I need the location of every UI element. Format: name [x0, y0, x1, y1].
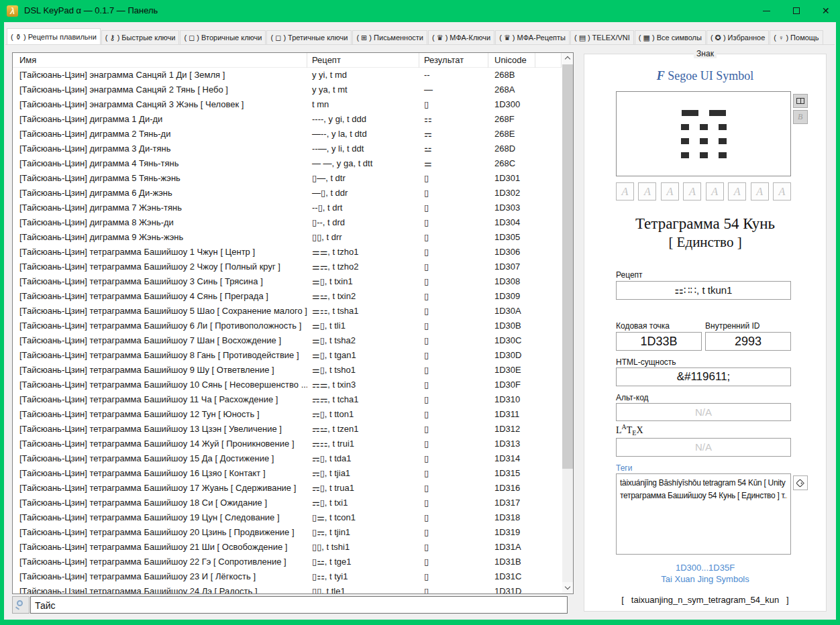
table-row[interactable]: [Тайсюань-Цзин] тетраграмма Башийшоу 3 С… — [13, 274, 562, 289]
font-variant-button[interactable]: A — [661, 182, 679, 201]
font-variant-button[interactable]: A — [751, 182, 769, 201]
unicode-block-link[interactable]: Tai Xuan Jing Symbols — [584, 574, 826, 584]
tab-3[interactable]: ( ◻ ) Вторичные ключи — [180, 30, 266, 44]
font-variant-button[interactable]: A — [683, 182, 701, 201]
column-header-3[interactable]: Unicode — [488, 53, 535, 68]
maximize-button[interactable] — [782, 0, 812, 22]
table-row[interactable]: [Тайсюань-Цзин] тетраграмма Башийшоу 6 Л… — [13, 319, 562, 333]
table-row[interactable]: [Тайсюань-Цзин] диграмма 9 Жэнь-жэнь▯▯, … — [13, 230, 562, 245]
font-variant-button[interactable]: A — [728, 182, 746, 201]
tab-8[interactable]: ( ▤ ) TELEX/VNI — [570, 30, 634, 44]
font-variant-button[interactable]: A — [706, 182, 724, 201]
table-row[interactable]: [Тайсюань-Цзин] диграмма 7 Жэнь-тянь--▯,… — [13, 201, 562, 215]
close-button[interactable]: ✕ — [810, 0, 840, 22]
cell-name: [Тайсюань-Цзин] энаграмма Санцяй 1 Ди [ … — [13, 68, 307, 82]
table-row[interactable]: [Тайсюань-Цзин] тетраграмма Башийшоу 21 … — [13, 540, 562, 555]
cell-result: ▯ — [419, 260, 488, 274]
table-row[interactable]: [Тайсюань-Цзин] диграмма 1 Ди-ди----, y … — [13, 112, 562, 127]
minimize-button[interactable] — [751, 0, 782, 22]
scroll-down-button[interactable] — [562, 582, 573, 593]
table-row[interactable]: [Тайсюань-Цзин] энаграмма Санцяй 1 Ди [ … — [13, 68, 562, 82]
font-variant-buttons: AAAAAAAA — [616, 182, 791, 201]
alt-code-field[interactable]: N/A — [616, 403, 791, 421]
tab-4[interactable]: ( ◻ ) Третичные ключи — [266, 30, 352, 44]
scroll-up-button[interactable] — [562, 53, 573, 64]
recipe-field[interactable]: ⚏∷∷, t tkun1 — [616, 281, 791, 300]
table-row[interactable]: [Тайсюань-Цзин] тетраграмма Башийшоу 8 Г… — [13, 348, 562, 363]
font-variant-button[interactable]: A — [773, 182, 791, 201]
font-name-label[interactable]: F Segoe UI Symbol — [584, 69, 826, 83]
search-button[interactable] — [12, 596, 30, 614]
book-icon — [796, 98, 804, 104]
column-header-empty[interactable] — [535, 53, 562, 68]
table-row[interactable]: [Тайсюань-Цзин] тетраграмма Башийшоу 14 … — [13, 437, 562, 451]
cell-recipe: ⚎▯, t tton1 — [307, 407, 419, 422]
font-variant-button[interactable]: A — [638, 182, 656, 201]
internal-id-field[interactable]: 2993 — [705, 332, 791, 351]
table-row[interactable]: [Тайсюань-Цзин] тетраграмма Башийшоу 19 … — [13, 510, 562, 525]
table-row[interactable]: [Тайсюань-Цзин] диграмма 8 Жэнь-ди▯--, t… — [13, 215, 562, 230]
table-row[interactable]: [Тайсюань-Цзин] тетраграмма Башийшоу 10 … — [13, 378, 562, 392]
tab-7[interactable]: ( ♛ ) МФА-Рецепты — [495, 30, 570, 44]
table-row[interactable]: [Тайсюань-Цзин] тетраграмма Башийшоу 7 Ш… — [13, 333, 562, 348]
sign-panel-legend: Знак — [694, 49, 717, 58]
glyphs-book-button[interactable] — [793, 94, 808, 108]
table-row[interactable]: [Тайсюань-Цзин] диграмма 6 Ди-жэнь—▯, t … — [13, 186, 562, 201]
font-variant-button[interactable]: A — [616, 182, 634, 201]
tab-5[interactable]: ( ⊞ ) Письменности — [352, 30, 427, 44]
table-row[interactable]: [Тайсюань-Цзин] диграмма 2 Тянь-ди—--, y… — [13, 127, 562, 141]
table-row[interactable]: [Тайсюань-Цзин] тетраграмма Башийшоу 13 … — [13, 422, 562, 437]
tag-button[interactable] — [793, 475, 808, 490]
table-row[interactable]: [Тайсюань-Цзин] тетраграмма Башийшоу 5 Ш… — [13, 304, 562, 319]
table-row[interactable]: [Тайсюань-Цзин] тетраграмма Башийшоу 22 … — [13, 555, 562, 569]
column-header-0[interactable]: Имя — [13, 53, 307, 68]
table-row[interactable]: [Тайсюань-Цзин] диграмма 4 Тянь-тянь— —,… — [13, 156, 562, 171]
cell-name: [Тайсюань-Цзин] диграмма 9 Жэнь-жэнь — [13, 230, 307, 245]
html-entity-field[interactable]: &#119611; — [616, 367, 791, 386]
table-row[interactable]: [Тайсюань-Цзин] энаграмма Санцяй 3 Жэнь … — [13, 97, 562, 112]
table-row[interactable]: [Тайсюань-Цзин] энаграмма Санцяй 2 Тянь … — [13, 82, 562, 97]
table-row[interactable]: [Тайсюань-Цзин] диграмма 3 Ди-тянь--—, y… — [13, 141, 562, 156]
table-row[interactable]: [Тайсюань-Цзин] тетраграмма Башийшоу 9 Ш… — [13, 363, 562, 378]
tab-11[interactable]: ( ♀ ) Помощь — [770, 30, 823, 44]
table-row[interactable]: [Тайсюань-Цзин] тетраграмма Башийшоу 2 Ч… — [13, 260, 562, 274]
tags-textarea[interactable]: tàixuánjīng Bāshíyīshǒu tetragram 54 Kūn… — [616, 473, 791, 555]
cell-empty — [535, 392, 562, 407]
tab-9[interactable]: ( ▦ ) Все символы — [635, 30, 706, 44]
search-input[interactable]: Тайс — [30, 596, 568, 614]
cell-empty — [535, 540, 562, 555]
cell-unicode: 1D310 — [488, 392, 535, 407]
codepoint-label: Кодовая точка — [616, 321, 670, 331]
table-row[interactable]: [Тайсюань-Цзин] тетраграмма Башийшоу 23 … — [13, 569, 562, 584]
column-header-2[interactable]: Результат — [419, 53, 488, 68]
table-row[interactable]: [Тайсюань-Цзин] тетраграмма Башийшоу 20 … — [13, 525, 562, 540]
table-row[interactable]: [Тайсюань-Цзин] тетраграмма Башийшоу 18 … — [13, 496, 562, 510]
table-row[interactable]: [Тайсюань-Цзин] тетраграмма Башийшоу 24 … — [13, 584, 562, 593]
table-row[interactable]: [Тайсюань-Цзин] тетраграмма Башийшоу 11 … — [13, 392, 562, 407]
cell-empty — [535, 97, 562, 112]
cell-result: ▯ — [419, 540, 488, 555]
minimize-icon — [763, 11, 770, 11]
table-row[interactable]: [Тайсюань-Цзин] тетраграмма Башийшоу 15 … — [13, 451, 562, 466]
vertical-scrollbar[interactable] — [562, 53, 573, 593]
unicode-range-link[interactable]: 1D300...1D35F — [584, 563, 826, 573]
tab-1[interactable]: ( ⚱ ) Рецепты плавильни — [7, 28, 101, 44]
table-row[interactable]: [Тайсюань-Цзин] тетраграмма Башийшоу 16 … — [13, 466, 562, 481]
column-header-1[interactable]: Рецепт — [307, 53, 419, 68]
table-row[interactable]: [Тайсюань-Цзин] тетраграмма Башийшоу 1 Ч… — [13, 245, 562, 260]
tab-6[interactable]: ( ♛ ) МФА-Ключи — [428, 30, 494, 44]
tab-2[interactable]: ( ⚷ ) Быстрые ключи — [101, 30, 180, 44]
codepoint-field[interactable]: 1D33B — [616, 332, 702, 351]
table-row[interactable]: [Тайсюань-Цзин] тетраграмма Башийшоу 4 С… — [13, 289, 562, 304]
fraktur-b-button[interactable]: B — [793, 110, 808, 124]
table-header: ИмяРецептРезультатUnicode — [13, 53, 562, 68]
table-row[interactable]: [Тайсюань-Цзин] тетраграмма Башийшоу 12 … — [13, 407, 562, 422]
table-row[interactable]: [Тайсюань-Цзин] диграмма 5 Тянь-жэнь▯—, … — [13, 171, 562, 186]
html-entity-label: HTML-сущность — [616, 357, 676, 367]
table-row[interactable]: [Тайсюань-Цзин] тетраграмма Башийшоу 17 … — [13, 481, 562, 496]
cell-recipe: ▯⚍, t tge1 — [307, 555, 419, 569]
latex-field[interactable]: N/A — [616, 438, 791, 457]
tab-10[interactable]: ( ✪ ) Избранное — [706, 30, 769, 44]
scrollbar-thumb[interactable] — [562, 64, 573, 469]
cell-recipe: ⚎▯, t trua1 — [307, 481, 419, 496]
